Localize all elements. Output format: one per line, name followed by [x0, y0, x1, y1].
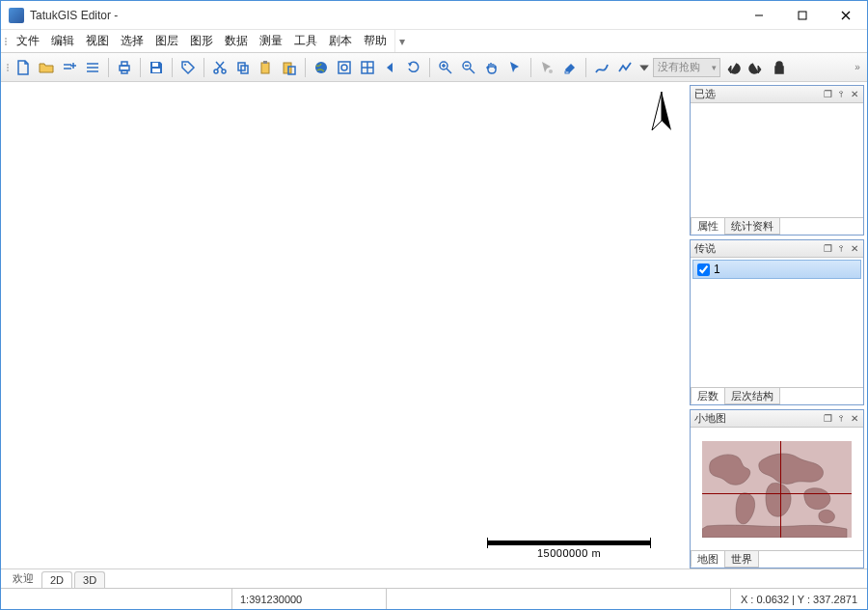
menu-file[interactable]: 文件	[11, 30, 45, 52]
close-button[interactable]	[824, 1, 867, 30]
toolbar-overflow[interactable]: »	[852, 62, 863, 72]
panel-selected-title: 已选	[694, 87, 821, 101]
menubar: 文件 编辑 视图 选择 图层 图形 数据 测量 工具 剧本 帮助 ▾	[1, 30, 867, 53]
menubar-overflow[interactable]: ▾	[394, 30, 408, 52]
open-folder-icon[interactable]	[36, 57, 57, 78]
svg-point-17	[214, 69, 218, 73]
view-tabs-label: 欢迎	[7, 569, 40, 588]
tab-hierarchy[interactable]: 层次结构	[724, 388, 780, 404]
menu-help[interactable]: 帮助	[358, 30, 393, 52]
paste-special-icon[interactable]	[279, 57, 300, 78]
new-file-icon[interactable]	[13, 57, 34, 78]
window-title: TatukGIS Editor -	[30, 9, 737, 22]
tab-2d[interactable]: 2D	[41, 571, 72, 588]
print-icon[interactable]	[114, 57, 135, 78]
tab-world[interactable]: 世界	[724, 551, 759, 568]
panel-pin-icon[interactable]: ⫯	[834, 242, 848, 256]
svg-rect-41	[565, 71, 569, 73]
add-layer-icon[interactable]	[59, 57, 80, 78]
panel-legend-body: 1	[691, 258, 863, 387]
draw-polyline-icon[interactable]	[614, 57, 636, 78]
panel-pin-icon[interactable]: ⫯	[834, 412, 848, 426]
pointer-icon[interactable]	[504, 57, 526, 78]
menu-edit[interactable]: 编辑	[45, 30, 80, 52]
scale-bar-label: 15000000 m	[487, 547, 651, 559]
legend-layer-checkbox[interactable]	[697, 263, 710, 276]
svg-rect-42	[775, 67, 783, 73]
menu-view[interactable]: 视图	[80, 30, 115, 52]
svg-rect-14	[152, 63, 158, 67]
panel-minimap: 小地图 ❐ ⫯ ✕	[690, 409, 864, 568]
menubar-grip[interactable]	[3, 30, 9, 52]
minimize-button[interactable]	[737, 1, 780, 30]
side-panels: 已选 ❐ ⫯ ✕ 属性 统计资料 传说 ❐ ⫯ ✕ 1	[690, 82, 867, 568]
menu-script[interactable]: 剧本	[323, 30, 358, 52]
copy-icon[interactable]	[232, 57, 254, 78]
tab-statistics[interactable]: 统计资料	[724, 218, 780, 235]
legend-layer-item[interactable]: 1	[692, 260, 861, 279]
panel-close-icon[interactable]: ✕	[848, 242, 861, 256]
status-left	[1, 589, 232, 609]
save-icon[interactable]	[146, 57, 167, 78]
status-coords: X : 0.0632 | Y : 337.2871	[731, 594, 867, 605]
svg-point-16	[184, 64, 186, 66]
menu-data[interactable]: 数据	[219, 30, 254, 52]
panel-close-icon[interactable]: ✕	[848, 412, 861, 426]
paste-icon[interactable]	[256, 57, 277, 78]
toolbar-grip[interactable]	[5, 53, 11, 81]
svg-rect-25	[284, 63, 291, 73]
undo-icon[interactable]	[722, 57, 744, 78]
status-bar: 1:391230000 X : 0.0632 | Y : 337.2871	[1, 588, 867, 609]
tab-attributes[interactable]: 属性	[691, 218, 725, 235]
main-area: 15000000 m 已选 ❐ ⫯ ✕ 属性 统计资料 传说 ❐ ⫯ ✕	[1, 82, 867, 568]
list-icon[interactable]	[82, 57, 103, 78]
menu-shape[interactable]: 图形	[184, 30, 219, 52]
view-tabs: 欢迎 2D 3D	[1, 568, 867, 588]
lock-icon[interactable]	[769, 57, 790, 78]
svg-rect-13	[122, 70, 127, 73]
globe-icon[interactable]	[311, 57, 332, 78]
menu-layer[interactable]: 图层	[149, 30, 184, 52]
full-extent-icon[interactable]	[334, 57, 355, 78]
maximize-button[interactable]	[780, 1, 824, 30]
panel-selected: 已选 ❐ ⫯ ✕ 属性 统计资料	[690, 85, 864, 236]
svg-line-34	[447, 69, 451, 73]
tab-3d[interactable]: 3D	[74, 571, 105, 588]
edit-pointer-icon[interactable]	[536, 57, 557, 78]
tab-layers[interactable]: 层数	[691, 388, 725, 404]
menu-measure[interactable]: 测量	[254, 30, 288, 52]
legend-layer-label: 1	[714, 263, 720, 276]
prev-view-icon[interactable]	[380, 57, 401, 78]
snap-combo[interactable]: 没有抢购	[653, 58, 720, 77]
redo-icon[interactable]	[746, 57, 767, 78]
svg-point-29	[341, 65, 347, 70]
menu-select[interactable]: 选择	[115, 30, 149, 52]
cut-icon[interactable]	[209, 57, 231, 78]
eraser-icon[interactable]	[559, 57, 581, 78]
panel-window-icon[interactable]: ❐	[821, 88, 834, 101]
status-scale: 1:391230000	[232, 589, 387, 609]
svg-rect-15	[152, 69, 160, 72]
panel-window-icon[interactable]: ❐	[821, 242, 834, 256]
zoom-in-icon[interactable]	[435, 57, 456, 78]
toolbar: 没有抢购 »	[1, 53, 867, 82]
svg-point-18	[222, 69, 226, 73]
menu-tools[interactable]: 工具	[288, 30, 323, 52]
tab-map[interactable]: 地图	[691, 551, 725, 568]
zoom-out-icon[interactable]	[458, 57, 479, 78]
dropdown-arrow-icon[interactable]	[637, 57, 651, 78]
panel-pin-icon[interactable]: ⫯	[834, 88, 848, 101]
map-viewport[interactable]: 15000000 m	[1, 82, 690, 568]
panel-close-icon[interactable]: ✕	[848, 88, 861, 101]
refresh-icon[interactable]	[403, 57, 424, 78]
draw-line-icon[interactable]	[591, 57, 612, 78]
panel-legend: 传说 ❐ ⫯ ✕ 1 层数 层次结构	[690, 239, 864, 405]
grid-icon[interactable]	[357, 57, 378, 78]
snap-combo-text: 没有抢购	[658, 60, 700, 74]
tag-icon[interactable]	[177, 57, 199, 78]
panel-minimap-body[interactable]	[691, 428, 863, 550]
svg-rect-12	[122, 62, 127, 66]
panel-window-icon[interactable]: ❐	[821, 412, 834, 426]
svg-rect-28	[339, 62, 350, 73]
pan-icon[interactable]	[481, 57, 502, 78]
